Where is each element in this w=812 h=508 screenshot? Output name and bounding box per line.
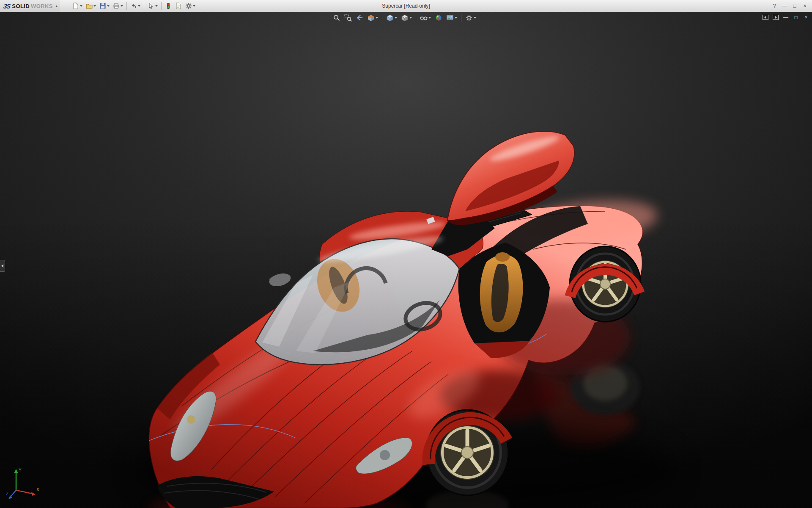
graphics-viewport[interactable]: — □ × X Y Z *Dimetric — [0, 12, 812, 508]
document-title: Supercar [Read-only] — [382, 0, 430, 12]
display-style-button[interactable] — [400, 13, 413, 22]
zoom-to-area-button[interactable] — [343, 13, 353, 22]
hide-show-glasses-icon — [420, 14, 428, 22]
hud-separator — [416, 14, 416, 22]
doc-close-button[interactable]: × — [803, 14, 809, 21]
dropdown-caret[interactable] — [155, 5, 158, 7]
front-wheel[interactable] — [426, 410, 508, 495]
solidworks-logo[interactable]: 3S SOLIDWORKS ▸ — [0, 0, 60, 12]
3ds-logo-icon: 3S — [3, 3, 11, 10]
document-window-controls: — □ × — [762, 14, 809, 21]
hide-show-items-button[interactable] — [419, 13, 432, 22]
main-toolbar — [71, 1, 197, 11]
select-button[interactable] — [146, 1, 159, 11]
apply-scene-icon — [446, 14, 454, 22]
zoom-to-fit-button[interactable] — [332, 13, 342, 22]
section-view-button[interactable] — [366, 13, 379, 22]
zoom-to-fit-icon — [333, 14, 340, 22]
view-settings-icon — [465, 14, 473, 22]
dropdown-caret[interactable] — [93, 5, 96, 7]
triad-z-label: Z — [6, 491, 8, 496]
toolbar-separator — [126, 2, 127, 10]
dropdown-caret[interactable] — [80, 5, 82, 7]
dropdown-caret[interactable] — [428, 17, 431, 19]
dropdown-caret[interactable] — [474, 17, 476, 19]
help-button[interactable]: ? — [770, 2, 779, 10]
triad-x-label: X — [36, 487, 39, 492]
dropdown-caret[interactable] — [107, 5, 110, 7]
brand-works: WORKS — [31, 3, 53, 9]
dropdown-caret[interactable] — [395, 17, 397, 19]
close-button[interactable]: × — [800, 2, 809, 10]
view-settings-button[interactable] — [464, 13, 477, 22]
display-style-icon — [401, 14, 409, 22]
view-orientation-button[interactable] — [385, 13, 398, 22]
dropdown-caret[interactable] — [193, 5, 195, 7]
open-folder-icon — [86, 3, 93, 9]
dropdown-caret[interactable] — [121, 5, 123, 7]
apply-scene-button[interactable] — [445, 13, 458, 22]
hud-separator — [382, 14, 382, 22]
dropdown-caret[interactable] — [409, 17, 412, 19]
brand-solid: SOLID — [12, 3, 30, 9]
view-orientation-label: *Dimetric — [4, 501, 27, 508]
rebuild-button[interactable] — [164, 1, 173, 11]
window-controls: ? — □ × — [770, 2, 812, 10]
undo-icon — [130, 3, 137, 9]
headsup-view-toolbar — [332, 13, 477, 22]
file-properties-icon — [175, 3, 182, 9]
print-button[interactable] — [112, 1, 124, 11]
zoom-to-area-icon — [344, 14, 352, 22]
previous-view-icon — [356, 14, 363, 22]
triad-y-label: Y — [19, 468, 22, 472]
print-icon — [113, 3, 120, 9]
toolbar-separator — [144, 2, 144, 10]
toolbar-separator — [161, 2, 162, 10]
hud-separator — [461, 14, 461, 22]
dropdown-caret[interactable] — [376, 17, 378, 19]
menu-expand-arrow[interactable]: ▸ — [56, 4, 58, 8]
rear-wheel[interactable] — [570, 246, 641, 322]
file-properties-button[interactable] — [174, 1, 183, 11]
coordinate-triad: X Y Z — [6, 466, 42, 501]
new-button[interactable] — [71, 1, 84, 11]
titlebar: 3S SOLIDWORKS ▸ — [0, 0, 812, 12]
options-gear-icon — [185, 3, 192, 9]
view-orientation-cube-icon — [386, 14, 394, 22]
save-icon — [99, 3, 106, 9]
save-button[interactable] — [98, 1, 111, 11]
pane-split-icon[interactable] — [762, 14, 769, 21]
select-cursor-icon — [148, 3, 154, 9]
minimize-button[interactable]: — — [780, 2, 789, 10]
edit-appearance-button[interactable] — [433, 13, 444, 22]
doc-minimize-button[interactable]: — — [782, 14, 789, 21]
new-document-icon — [72, 3, 79, 9]
undo-button[interactable] — [129, 1, 142, 11]
options-button[interactable] — [184, 1, 197, 11]
section-view-icon — [367, 14, 375, 22]
dropdown-caret[interactable] — [138, 5, 140, 7]
doc-restore-button[interactable]: □ — [793, 14, 799, 21]
chevron-left-icon — [1, 264, 3, 268]
edit-appearance-ball-icon — [435, 14, 442, 22]
previous-view-button[interactable] — [354, 13, 365, 22]
rebuild-traffic-light-icon — [165, 3, 172, 9]
open-button[interactable] — [85, 1, 97, 11]
dropdown-caret[interactable] — [455, 17, 457, 19]
3d-scene[interactable] — [0, 12, 812, 508]
restore-button[interactable]: □ — [790, 2, 799, 10]
featuremanager-expand-tab[interactable] — [0, 260, 5, 272]
pane-expand-icon[interactable] — [772, 14, 779, 21]
